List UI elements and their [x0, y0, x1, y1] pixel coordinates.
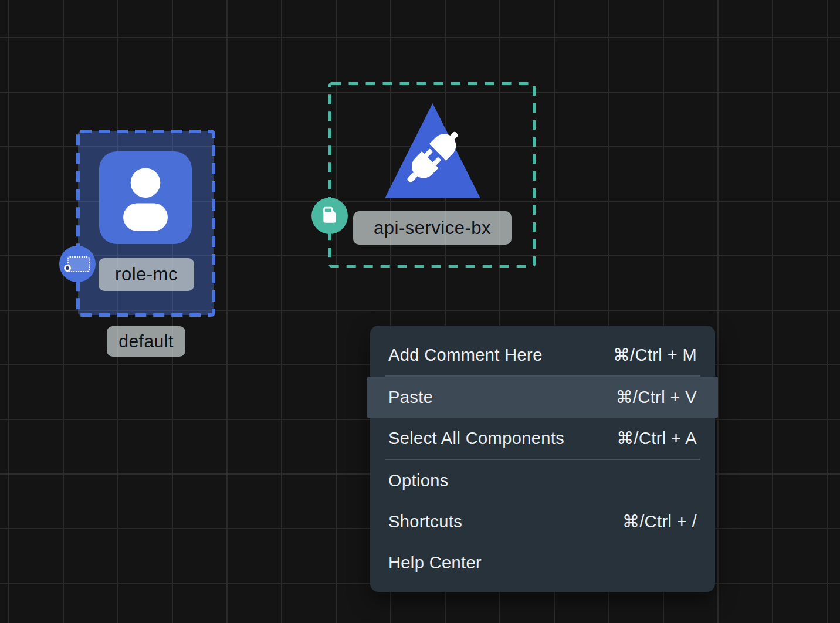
menu-item-label: Select All Components: [388, 429, 564, 448]
menu-item-shortcut: ⌘/Ctrl + V: [615, 387, 697, 407]
menu-item-shortcuts[interactable]: Shortcuts ⌘/Ctrl + /: [370, 501, 715, 542]
menu-item-label: Paste: [388, 388, 433, 407]
menu-item-shortcut: ⌘/Ctrl + /: [622, 512, 697, 531]
diagram-canvas[interactable]: role-mc default api-service-bx: [0, 0, 840, 623]
context-menu: Add Comment Here ⌘/Ctrl + M Paste ⌘/Ctrl…: [370, 326, 715, 592]
menu-item-shortcut: ⌘/Ctrl + A: [617, 428, 697, 448]
node-label-role-mc[interactable]: role-mc: [99, 258, 194, 291]
menu-item-options[interactable]: Options: [370, 460, 715, 501]
node-role-mc[interactable]: [99, 151, 192, 244]
marquee-selection-icon: [67, 256, 90, 272]
menu-item-select-all-components[interactable]: Select All Components ⌘/Ctrl + A: [370, 418, 715, 459]
node-api-service-bx[interactable]: [381, 99, 484, 202]
menu-item-shortcut: ⌘/Ctrl + M: [613, 345, 697, 365]
menu-item-label: Options: [388, 471, 449, 490]
marquee-anchor-dot: [64, 265, 71, 272]
menu-item-label: Help Center: [388, 553, 482, 573]
user-icon: [99, 151, 192, 244]
selection-tool-badge[interactable]: [59, 246, 96, 282]
save-badge[interactable]: [311, 198, 348, 234]
node-sublabel-default[interactable]: default: [107, 326, 185, 357]
menu-item-paste[interactable]: Paste ⌘/Ctrl + V: [367, 377, 718, 418]
menu-item-help-center[interactable]: Help Center: [370, 542, 715, 583]
save-icon: [320, 206, 340, 226]
menu-item-label: Shortcuts: [388, 512, 462, 531]
menu-item-add-comment[interactable]: Add Comment Here ⌘/Ctrl + M: [370, 334, 715, 375]
node-label-api-service-bx[interactable]: api-service-bx: [353, 211, 512, 245]
menu-item-label: Add Comment Here: [388, 346, 543, 365]
